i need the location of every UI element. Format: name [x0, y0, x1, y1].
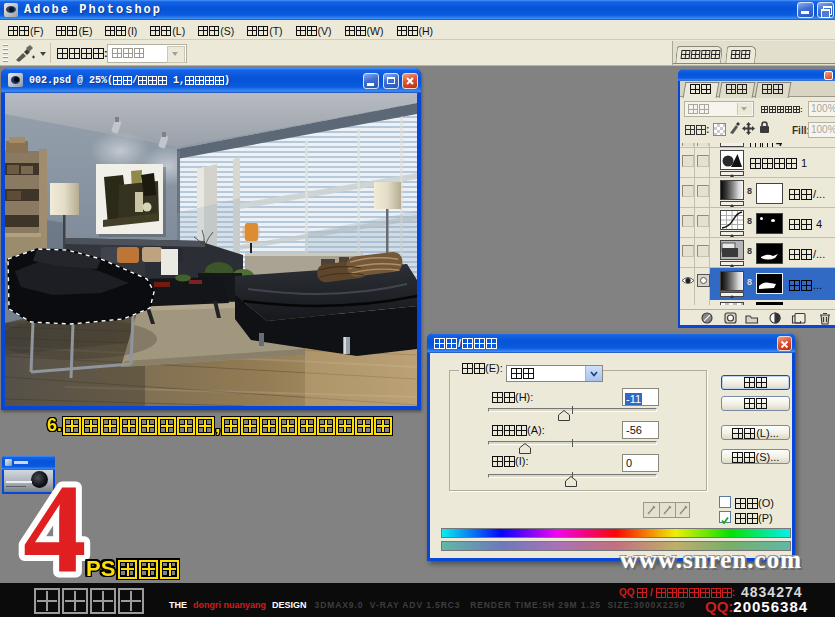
svg-text:4: 4 [23, 458, 87, 590]
